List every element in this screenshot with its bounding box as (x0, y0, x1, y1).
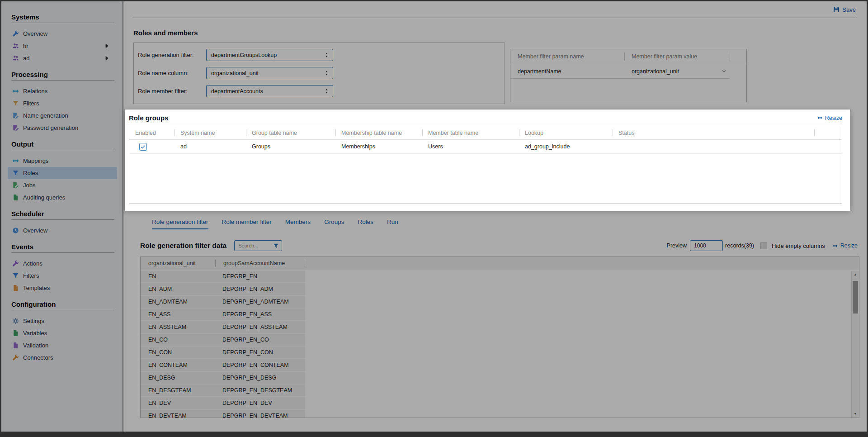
doc-icon (12, 285, 19, 291)
sidebar-item-events-filters[interactable]: Filters (8, 270, 117, 282)
sidebar-section-rule (11, 23, 114, 23)
resize-label: Resize (825, 115, 842, 121)
table-cell: EN_ADMTEAM (141, 299, 216, 305)
sidebar-item-processing-password-generation[interactable]: Password generation (8, 122, 117, 134)
sidebar-item-systems-ad[interactable]: ad (8, 52, 117, 64)
role-member-filter-select[interactable]: departmentAccounts (206, 85, 333, 97)
table-row[interactable]: EN_CODEPGRP_EN_CO (141, 334, 305, 347)
people-icon (12, 55, 19, 62)
sidebar-item-label: hr (23, 43, 28, 49)
table-row[interactable]: EN_CONTEAMDEPGRP_EN_CONTEAM (141, 359, 305, 372)
resize-icon (832, 243, 838, 248)
sidebar-item-label: Mappings (23, 157, 48, 164)
save-icon (833, 6, 840, 13)
form-row-role-member-filter: Role member filter:departmentAccounts (134, 85, 505, 97)
select-value: departmentGroupsLookup (211, 52, 324, 58)
sidebar-section-title-events: Events (11, 243, 123, 251)
tab-groups[interactable]: Groups (324, 218, 344, 229)
table-row[interactable]: EN_CONDEPGRP_EN_CON (141, 347, 305, 359)
table-cell: DEPGRP_EN_ASSTEAM (216, 324, 305, 330)
table-row[interactable]: EN_ASSDEPGRP_EN_ASS (141, 309, 305, 321)
role-group-cell: Users (422, 143, 519, 150)
table-row[interactable]: EN_DESGTEAMDEPGRP_EN_DESGTEAM (141, 385, 305, 397)
param-value-dropdown[interactable]: organizational_unit (624, 64, 730, 79)
select-spinner-icon (324, 70, 329, 76)
scroll-down-button[interactable]: ▼ (852, 410, 859, 418)
table-row[interactable]: EN_DEVDEPGRP_EN_DEV (141, 397, 305, 410)
role-group-cell: Groups (246, 143, 335, 150)
sidebar-item-systems-hr[interactable]: hr (8, 40, 117, 52)
sidebar-item-configuration-settings[interactable]: Settings (8, 315, 117, 327)
table-row[interactable]: EN_ADMDEPGRP_EN_ADM (141, 283, 305, 296)
table-row[interactable]: ENDEPGRP_EN (141, 271, 305, 283)
sidebar-item-systems-overview[interactable]: Overview (8, 28, 117, 40)
arrows-icon (12, 157, 19, 164)
main-content: Save Roles and members Role generation f… (123, 1, 867, 432)
sidebar-item-output-jobs[interactable]: Jobs (8, 179, 117, 191)
chevron-down-icon (721, 68, 727, 74)
wrench-icon (12, 354, 19, 361)
sidebar-item-configuration-variables[interactable]: Variables (8, 327, 117, 339)
sidebar-item-processing-filters[interactable]: Filters (8, 97, 117, 109)
param-value-text: organizational_unit (632, 68, 679, 75)
column-header-enabled: Enabled (129, 126, 175, 139)
table-cell: EN_DEV (141, 400, 216, 406)
role-group-enabled-checkbox[interactable] (139, 143, 147, 151)
sidebar-item-events-templates[interactable]: Templates (8, 282, 117, 294)
search-filter-icon (273, 243, 279, 249)
table-row[interactable]: EN_DESGDEPGRP_EN_DESG (141, 372, 305, 385)
role-generation-filter-select[interactable]: departmentGroupsLookup (206, 49, 333, 61)
table-cell: DEPGRP_EN_DEVTEAM (216, 413, 305, 418)
sidebar-item-events-actions[interactable]: Actions (8, 257, 117, 270)
member-filter-param-table: Member filter param name Member filter p… (510, 49, 747, 102)
sidebar-item-label: Variables (23, 330, 47, 337)
roles-members-title: Roles and members (133, 29, 860, 37)
role-groups-table: EnabledSystem nameGroup table nameMember… (129, 126, 842, 204)
table-cell: DEPGRP_EN_ASS (216, 311, 305, 318)
toolbar: Save (133, 1, 860, 18)
table-cell: DEPGRP_EN (216, 273, 305, 280)
table-row[interactable]: EN_ASSTEAMDEPGRP_EN_ASSTEAM (141, 321, 305, 334)
sidebar-item-label: Jobs (23, 182, 35, 189)
sidebar-item-output-mappings[interactable]: Mappings (8, 155, 117, 167)
search-input[interactable] (238, 243, 268, 248)
vertical-scrollbar[interactable]: ▲ ▼ (851, 271, 859, 418)
tab-run[interactable]: Run (387, 218, 398, 229)
table-row[interactable]: EN_DEVTEAMDEPGRP_EN_DEVTEAM (141, 410, 305, 418)
hide-empty-columns-checkbox[interactable] (760, 242, 767, 249)
chevron-right-icon[interactable] (104, 43, 110, 49)
sidebar-item-label: Settings (23, 318, 44, 324)
save-button[interactable]: Save (833, 6, 856, 13)
role-group-cell: ad (175, 143, 246, 150)
sidebar-section-title-scheduler: Scheduler (11, 210, 123, 218)
sidebar-item-output-auditing-queries[interactable]: Auditing queries (8, 191, 117, 204)
role-groups-resize-link[interactable]: Resize (817, 115, 842, 121)
tab-role-member-filter[interactable]: Role member filter (222, 218, 272, 229)
search-box[interactable] (234, 240, 282, 251)
sidebar: SystemsOverviewhradProcessingRelationsFi… (1, 1, 123, 432)
sidebar-item-scheduler-overview[interactable]: Overview (8, 224, 117, 237)
tab-members[interactable]: Members (285, 218, 311, 229)
sidebar-item-processing-relations[interactable]: Relations (8, 85, 117, 97)
param-table-row[interactable]: departmentName organizational_unit (510, 64, 746, 79)
wrench-icon (12, 260, 19, 267)
sidebar-item-output-roles[interactable]: Roles (8, 167, 117, 179)
sidebar-item-configuration-connectors[interactable]: Connectors (8, 352, 117, 364)
sidebar-item-processing-name-generation[interactable]: Name generation (8, 109, 117, 122)
sidebar-section-rule (11, 219, 114, 220)
role-name-column-select[interactable]: organizational_unit (206, 67, 333, 79)
sidebar-item-configuration-validation[interactable]: Validation (8, 339, 117, 352)
doc-edit-icon (12, 124, 19, 131)
role-group-row[interactable]: adGroupsMembershipsUsersad_group_include (129, 140, 842, 154)
preview-count-input[interactable] (690, 240, 723, 251)
chevron-right-icon[interactable] (104, 55, 110, 62)
tab-roles[interactable]: Roles (358, 218, 373, 229)
table-row[interactable]: EN_ADMTEAMDEPGRP_EN_ADMTEAM (141, 296, 305, 309)
scroll-up-button[interactable]: ▲ (852, 271, 859, 278)
filter-data-resize-link[interactable]: Resize (832, 242, 858, 249)
table-cell: EN_CON (141, 349, 216, 356)
sidebar-item-label: Connectors (23, 354, 53, 361)
scrollbar-thumb[interactable] (853, 281, 858, 314)
table-cell: EN_CO (141, 337, 216, 343)
tab-role-generation-filter[interactable]: Role generation filter (152, 218, 208, 229)
